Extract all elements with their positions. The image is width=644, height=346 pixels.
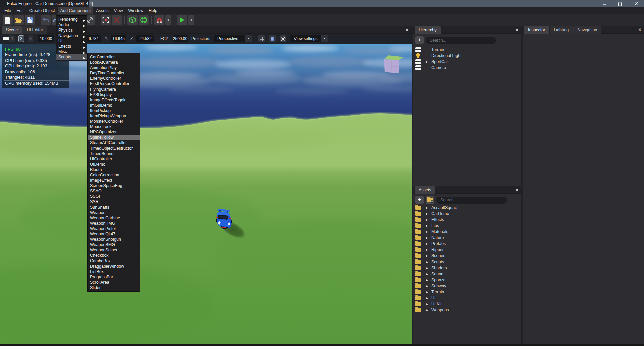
chevron-down-icon[interactable]: ▼	[321, 35, 328, 42]
inspector-close-icon[interactable]: ✕	[638, 27, 641, 32]
submenu-item-carcontroller[interactable]: CarController	[88, 54, 140, 60]
expand-arrow-icon[interactable]: ▶	[426, 297, 428, 300]
submenu-item-ssgi[interactable]: SSGI	[88, 194, 140, 199]
tab-navigation[interactable]: Navigation	[573, 26, 601, 34]
submenu-item-weaponhmg[interactable]: WeaponHMG	[88, 221, 140, 226]
close-button[interactable]	[628, 0, 644, 7]
expand-arrow-icon[interactable]: ▶	[426, 212, 428, 215]
expand-arrow-icon[interactable]: ▶	[426, 285, 428, 288]
menu-view[interactable]: View	[111, 7, 126, 14]
submenu-item-checkbox[interactable]: Checkbox	[88, 253, 140, 258]
minimize-button[interactable]	[597, 0, 612, 7]
menu-item-audio[interactable]: Audio▶	[56, 22, 87, 27]
submenu-item-combobox[interactable]: ComboBox	[88, 258, 140, 264]
new-file-button[interactable]	[3, 15, 13, 25]
delete-object-button[interactable]	[112, 15, 122, 25]
hierarchy-search-input[interactable]: Search...	[426, 37, 496, 44]
asset-folder-scripts[interactable]: ▶Scripts	[413, 259, 521, 265]
expand-arrow-icon[interactable]: ▶	[426, 248, 428, 251]
play-button[interactable]	[177, 15, 187, 25]
submenu-item-imageeffectstoggle[interactable]: ImageEffectsToggle	[88, 97, 140, 103]
submenu-item-weaponsniper[interactable]: WeaponSniper	[88, 247, 140, 253]
scene-viewport[interactable]: FPS: 98 Frame time (ms): 0.428 CPU time …	[0, 44, 412, 344]
focus-object-button[interactable]	[101, 15, 111, 25]
new-folder-button[interactable]: +	[426, 196, 434, 204]
submenu-item-scrollarea[interactable]: ScrollArea	[88, 280, 140, 285]
submenu-item-imguidemo[interactable]: ImGuiDemo	[88, 103, 140, 108]
add-object-button[interactable]: +	[415, 36, 424, 44]
menu-create-object[interactable]: Create Object	[26, 7, 58, 14]
submenu-item-timedobjectdestructor[interactable]: TimedObjectDestructor	[88, 146, 140, 151]
undo-button[interactable]	[41, 15, 51, 25]
asset-folder-assaultsquad[interactable]: ▶AssaultSquad	[413, 205, 521, 211]
hierarchy-item-sportcar[interactable]: ▶SportCar	[413, 59, 521, 65]
menu-edit[interactable]: Edit	[14, 7, 26, 14]
menu-item-rendering[interactable]: Rendering▶	[56, 17, 87, 22]
submenu-item-weaponshotgun[interactable]: WeaponShotgun	[88, 237, 140, 242]
hierarchy-item-camera[interactable]: Camera	[413, 65, 521, 71]
camera-speed-2-button[interactable]: 2	[18, 35, 24, 42]
submenu-item-ssr[interactable]: SSR	[88, 199, 140, 205]
menu-item-misc[interactable]: Misc▶	[56, 49, 87, 54]
expand-arrow-icon[interactable]: ▶	[426, 230, 428, 233]
expand-arrow-icon[interactable]: ▶	[426, 273, 428, 276]
submenu-item-weaponsmg[interactable]: WeaponSMG	[88, 242, 140, 247]
asset-folder-sound[interactable]: ▶Sound	[413, 271, 521, 277]
cube-gizmo-button[interactable]	[127, 15, 138, 25]
asset-folder-scenes[interactable]: ▶Scenes	[413, 253, 521, 259]
assets-close-icon[interactable]: ✕	[515, 188, 519, 192]
menu-add-component[interactable]: Add Component	[58, 7, 93, 14]
submenu-item-colorcorrection[interactable]: ColorCorrection	[88, 172, 140, 178]
tab-assets[interactable]: Assets	[415, 186, 435, 194]
submenu-item-splinefollow[interactable]: SplineFollow	[88, 135, 140, 140]
menu-item-physics[interactable]: Physics▶	[56, 27, 87, 33]
expand-arrow-icon[interactable]: ▶	[426, 261, 428, 264]
save-button[interactable]	[25, 15, 35, 25]
camera-speed-3-button[interactable]: 3	[28, 35, 33, 42]
expand-arrow-icon[interactable]: ▶	[426, 236, 428, 239]
menu-item-scripts[interactable]: Scripts▶	[56, 54, 87, 60]
expand-arrow-icon[interactable]: ▶	[426, 279, 428, 282]
projection-dropdown[interactable]: Perspective▼	[214, 35, 252, 42]
submenu-item-draggablewindow[interactable]: DraggableWindow	[88, 264, 140, 269]
assets-search-input[interactable]: Search...	[436, 197, 507, 204]
submenu-item-uidemo[interactable]: UIDemo	[88, 162, 140, 167]
expand-arrow-icon[interactable]: ▶	[426, 206, 428, 209]
menu-item-effects[interactable]: Effects▶	[56, 44, 87, 49]
submenu-item-weaponqk47[interactable]: WeaponQk47	[88, 231, 140, 237]
tab-hierarchy[interactable]: Hierarchy	[415, 26, 441, 34]
snap-magnet-button[interactable]	[154, 15, 164, 25]
add-asset-button[interactable]: +	[415, 196, 424, 204]
camera-speed-input[interactable]: 10.000	[38, 35, 54, 42]
fcp-input[interactable]: 2500.00	[173, 35, 188, 42]
submenu-item-listbox[interactable]: ListBox	[88, 269, 140, 274]
submenu-item-imageeffect[interactable]: ImageEffect	[88, 178, 140, 183]
asset-folder-effects[interactable]: ▶Effects	[413, 217, 521, 223]
submenu-item-uicontroller[interactable]: UIController	[88, 156, 140, 162]
tab-ui-editor[interactable]: UI Editor	[22, 26, 47, 34]
submenu-item-monstercontroller[interactable]: MonsterController	[88, 119, 140, 124]
globe-button[interactable]	[139, 15, 149, 25]
menu-item-ui[interactable]: UI▶	[56, 38, 87, 44]
submenu-item-timedsound[interactable]: TimedSound	[88, 151, 140, 156]
expand-arrow-icon[interactable]: ▶	[426, 224, 428, 227]
camera-speed-1-button[interactable]: 1	[9, 35, 15, 42]
menu-file[interactable]: File	[2, 7, 14, 14]
asset-folder-weapons[interactable]: ▶Weapons	[413, 307, 521, 313]
submenu-item-firstpersoncontroller[interactable]: FirstPersonController	[88, 81, 140, 86]
submenu-item-itempickupweapon[interactable]: ItemPickupWeapon	[88, 113, 140, 119]
sun-light-button[interactable]	[280, 35, 286, 42]
menu-window[interactable]: Window	[126, 7, 146, 14]
expand-arrow-icon[interactable]: ▶	[426, 254, 428, 257]
expand-arrow-icon[interactable]: ▶	[426, 242, 428, 245]
tab-lighting[interactable]: Lighting	[550, 26, 573, 34]
submenu-item-progressbar[interactable]: ProgressBar	[88, 274, 140, 280]
floating-cube[interactable]	[383, 54, 404, 74]
expand-arrow-icon[interactable]: ▶	[426, 291, 428, 294]
expand-arrow-icon[interactable]: ▶	[426, 267, 428, 270]
asset-folder-nature[interactable]: ▶Nature	[413, 235, 521, 241]
submenu-item-steamapicontroller[interactable]: SteamAPIController	[88, 140, 140, 146]
viewport-close-icon[interactable]: ✕	[405, 27, 409, 32]
submenu-item-animationplay[interactable]: AnimationPlay	[88, 65, 140, 70]
submenu-item-itempickup[interactable]: ItemPickup	[88, 108, 140, 113]
